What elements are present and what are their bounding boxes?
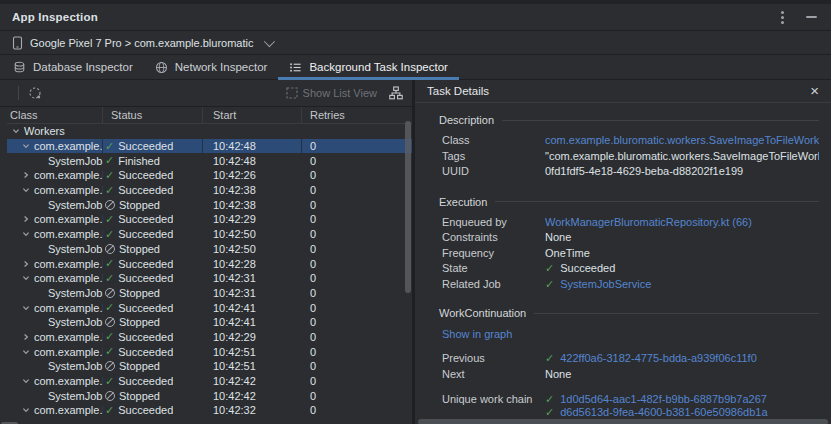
chevron-right-icon[interactable] (22, 260, 30, 268)
worker-class: com.example.bl (34, 346, 103, 358)
worker-class: com.example.bl (34, 375, 103, 387)
detail-row-next: Next None (439, 367, 819, 383)
chevron-right-icon[interactable] (22, 333, 30, 341)
previous-work-link[interactable]: 422ff0a6-3182-4775-bdda-a939f06c11f0 (560, 351, 757, 367)
worker-class: com.example.bl (34, 258, 103, 270)
status-succeeded-icon: ✓ (105, 140, 114, 153)
status-stopped-icon (105, 244, 115, 254)
status-label: Stopped (119, 199, 160, 211)
chevron-down-icon[interactable] (22, 377, 30, 385)
show-in-graph-link[interactable]: Show in graph (442, 328, 512, 340)
start-time: 10:42:50 (203, 227, 302, 242)
chevron-right-icon[interactable] (22, 215, 30, 223)
column-header-retries[interactable]: Retries (302, 107, 412, 123)
database-icon (13, 61, 26, 74)
minimize-button[interactable] (804, 16, 819, 18)
worker-class: com.example.bl (34, 140, 102, 152)
chevron-down-icon[interactable] (22, 274, 30, 282)
table-row[interactable]: SystemJobSStopped10:42:380 (7, 197, 412, 212)
tab-network-inspector[interactable]: Network Inspector (144, 55, 279, 79)
column-header-class[interactable]: Class (7, 107, 103, 123)
table-row[interactable]: SystemJobSStopped10:42:410 (7, 315, 412, 330)
table-row[interactable]: com.example.bl✓Succeeded10:42:290 (7, 212, 412, 227)
chevron-down-icon[interactable] (12, 127, 20, 135)
table-row[interactable]: SystemJobSStopped10:42:420 (7, 388, 412, 403)
table-row[interactable]: SystemJobSStopped10:42:310 (7, 286, 412, 301)
task-table-rows: Workerscom.example.bl✓Succeeded10:42:480… (0, 124, 412, 424)
show-list-view-button[interactable]: Show List View (286, 87, 377, 99)
detail-row-constraints: Constraints None (439, 230, 819, 246)
table-row[interactable]: com.example.bl✓Succeeded10:42:320 (7, 403, 412, 418)
retries-value: 0 (302, 330, 412, 345)
retries-value: 0 (302, 197, 412, 212)
retries-value: 0 (302, 212, 412, 227)
tab-database-inspector[interactable]: Database Inspector (2, 55, 144, 79)
status-label: Stopped (119, 360, 160, 372)
table-row[interactable]: com.example.bl✓Succeeded10:42:510 (7, 344, 412, 359)
start-time: 10:42:51 (203, 359, 302, 374)
table-row[interactable]: com.example.bl✓Succeeded10:42:310 (7, 271, 412, 286)
process-selector-bar[interactable]: Google Pixel 7 Pro > com.example.bluroma… (0, 31, 831, 55)
start-time: 10:42:31 (203, 271, 302, 286)
table-row[interactable]: Workers (7, 124, 412, 139)
status-label: Stopped (119, 316, 160, 328)
track-scope-button[interactable] (28, 86, 42, 100)
list-icon (289, 61, 302, 74)
table-row[interactable]: SystemJobSStopped10:42:500 (7, 242, 412, 257)
task-details-header: Task Details × (415, 80, 831, 103)
status-succeeded-icon: ✓ (105, 345, 114, 358)
table-row[interactable]: com.example.bl✓Succeeded10:42:290 (7, 330, 412, 345)
column-header-status[interactable]: Status (103, 107, 203, 123)
chevron-down-icon (264, 35, 275, 46)
tab-background-task-inspector[interactable]: Background Task Inspector (278, 55, 459, 79)
worker-class: com.example.bl (34, 213, 103, 225)
show-graph-view-button[interactable] (389, 86, 403, 100)
table-row[interactable]: com.example.bl✓Succeeded10:42:380 (7, 183, 412, 198)
column-header-start[interactable]: Start (203, 107, 302, 123)
work-chain-link[interactable]: 1d0d5d64-aac1-482f-b9bb-6887b9b7a267 (560, 393, 767, 406)
success-icon: ✓ (545, 277, 554, 293)
chevron-right-icon[interactable] (22, 171, 30, 179)
status-succeeded-icon: ✓ (105, 375, 114, 388)
table-row[interactable]: com.example.bl✓Succeeded10:42:260 (7, 168, 412, 183)
status-label: Succeeded (118, 140, 173, 152)
table-row[interactable]: com.example.bl✓Succeeded10:42:500 (7, 227, 412, 242)
start-time: 10:42:42 (203, 388, 302, 403)
success-icon: ✓ (545, 351, 554, 367)
status-succeeded-icon: ✓ (105, 404, 114, 417)
group-label: Workers (24, 125, 65, 137)
table-row[interactable]: SystemJobSStopped10:42:510 (7, 359, 412, 374)
chevron-down-icon[interactable] (22, 406, 30, 414)
table-vertical-scrollbar[interactable] (405, 121, 411, 293)
table-header: Class Status Start Retries (7, 107, 412, 124)
enqueued-by-link[interactable]: WorkManagerBluromaticRepository.kt (66) (545, 215, 752, 231)
chevron-down-icon[interactable] (22, 186, 30, 194)
chevron-down-icon[interactable] (22, 230, 30, 238)
close-icon[interactable]: × (810, 84, 819, 98)
work-chain-link[interactable]: d6d5613d-9fea-4600-b381-60e50986db1a (560, 406, 767, 419)
related-job-link[interactable]: SystemJobService (560, 277, 651, 293)
options-menu-button[interactable] (779, 16, 786, 19)
table-row[interactable]: com.example.bl✓Succeeded10:42:420 (7, 374, 412, 389)
start-time: 10:42:29 (203, 330, 302, 345)
table-row[interactable]: com.example.bl✓Succeeded10:42:410 (7, 300, 412, 315)
chevron-down-icon[interactable] (22, 142, 30, 150)
tab-label: Database Inspector (33, 61, 133, 73)
status-label: Succeeded (118, 258, 173, 270)
worker-class: com.example.bl (34, 272, 103, 284)
chevron-down-icon[interactable] (22, 348, 30, 356)
task-table-panel: Show List View Class Status Start Retrie… (0, 80, 415, 424)
org-chart-icon (389, 86, 403, 100)
details-horizontal-scrollbar[interactable] (418, 419, 828, 424)
table-row[interactable]: com.example.bl✓Succeeded10:42:280 (7, 256, 412, 271)
start-time: 10:42:41 (203, 315, 302, 330)
class-link[interactable]: com.example.bluromatic.workers.SaveImage… (545, 133, 819, 149)
table-row[interactable]: SystemJobS✓Finished10:42:480 (7, 153, 412, 168)
worker-class: SystemJobS (48, 243, 103, 255)
kebab-icon (781, 16, 784, 19)
worker-class: com.example.bl (34, 331, 103, 343)
chevron-down-icon[interactable] (22, 304, 30, 312)
table-row[interactable]: com.example.bl✓Succeeded10:42:480 (7, 139, 412, 154)
status-succeeded-icon: ✓ (105, 184, 114, 197)
status-label: Succeeded (118, 228, 173, 240)
